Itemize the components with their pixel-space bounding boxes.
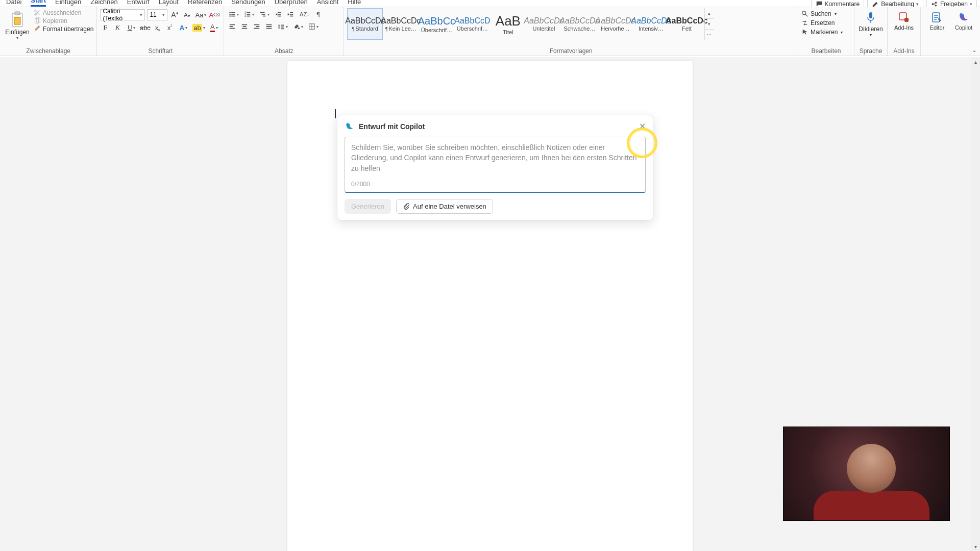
style-emphasis[interactable]: AaBbCcDc Hervorhe… [597, 8, 633, 40]
tab-datei[interactable]: Datei [6, 0, 21, 7]
show-marks-button[interactable]: ¶ [313, 9, 323, 19]
style-label: ¶Standard [349, 26, 381, 32]
tab-start[interactable]: Start [31, 0, 46, 7]
copy-icon [34, 17, 41, 24]
style-preview: AaBbCcDc [631, 16, 671, 26]
multilevel-icon [259, 11, 266, 18]
svg-point-48 [802, 11, 806, 15]
editor-button[interactable]: Editor [924, 8, 950, 31]
style-subtle-emphasis[interactable]: AaBbCcDc Schwache… [561, 8, 597, 40]
group-label-font: Schriftart [100, 46, 220, 56]
increase-indent-button[interactable] [285, 9, 296, 19]
select-label: Markieren [811, 29, 838, 36]
style-heading1[interactable]: AaBbCc Überschrif… [419, 8, 454, 40]
tab-hilfe[interactable]: Hilfe [348, 0, 361, 7]
copilot-actions: Generieren Auf eine Datei verweisen [345, 199, 646, 214]
replace-icon [801, 19, 808, 27]
font-name-combo[interactable]: Calibri (Textkö▾ [100, 9, 145, 20]
align-center-button[interactable] [239, 21, 250, 32]
subscript-button[interactable]: x₂ [152, 22, 162, 33]
style-preview: AaBbCcDc [524, 16, 564, 26]
line-spacing-button[interactable]: ▾ [276, 21, 289, 32]
group-label-clipboard: Zwischenablage [3, 46, 93, 56]
copilot-button[interactable]: Copilot [950, 8, 977, 31]
strikethrough-button[interactable]: abc [140, 22, 150, 33]
scroll-up-button[interactable]: ▴ [971, 57, 980, 66]
highlight-button[interactable]: ab▾ [192, 22, 205, 33]
close-button[interactable]: ✕ [639, 121, 646, 131]
dictate-button[interactable]: Diktieren ▾ [857, 8, 884, 37]
svg-rect-50 [869, 12, 872, 18]
editing-label: Bearbeitung [881, 1, 914, 8]
text-effects-button[interactable]: A▾ [177, 22, 190, 33]
style-preview: AaB [496, 13, 521, 29]
font-color-button[interactable]: A▾ [207, 22, 220, 33]
style-title[interactable]: AaB Titel [490, 8, 526, 40]
numbering-button[interactable]: 123▾ [242, 9, 256, 19]
svg-rect-15 [247, 12, 251, 13]
borders-button[interactable]: ▾ [307, 21, 320, 32]
format-painter-button[interactable]: Format übertragen [34, 26, 93, 33]
italic-button[interactable]: K [112, 22, 122, 33]
style-intense[interactable]: AaBbCcDc Intensiv… [633, 8, 669, 40]
select-button[interactable]: Markieren▾ [801, 29, 843, 36]
cut-button[interactable]: Ausschneiden [34, 9, 93, 16]
vertical-scrollbar[interactable]: ▴ ▾ [971, 57, 980, 551]
shrink-font-button[interactable]: A▾ [182, 10, 192, 20]
font-size-combo[interactable]: 11▾ [147, 9, 167, 20]
sort-button[interactable]: AZ↓ [298, 9, 311, 19]
tab-layout[interactable]: Layout [159, 0, 179, 7]
bullets-button[interactable]: ▾ [227, 9, 240, 19]
gallery-down-button[interactable]: ▾ [705, 19, 714, 30]
tab-referenzen[interactable]: Referenzen [188, 0, 222, 7]
gallery-up-button[interactable]: ▴ [705, 8, 714, 19]
justify-button[interactable] [264, 21, 274, 32]
underline-button[interactable]: U▾ [125, 22, 138, 33]
change-case-button[interactable]: Aa▾ [194, 10, 207, 20]
tab-einfuegen[interactable]: Einfügen [55, 0, 81, 7]
style-subtitle[interactable]: AaBbCcDc Untertitel [526, 8, 561, 40]
style-heading2[interactable]: AaBbCcD Überschrif… [454, 8, 490, 40]
style-no-spacing[interactable]: AaBbCcDc ¶Kein Lee… [383, 8, 419, 40]
tab-ueberpruefen[interactable]: Überprüfen [275, 0, 308, 7]
collapse-ribbon-button[interactable]: ⌄ [972, 46, 977, 54]
bold-button[interactable]: F [100, 22, 110, 33]
scroll-down-button[interactable]: ▾ [971, 542, 980, 551]
justify-icon [265, 23, 273, 30]
svg-rect-21 [262, 14, 265, 15]
scroll-track[interactable] [971, 66, 980, 542]
font-name-value: Calibri (Textkö [103, 8, 138, 22]
reference-file-button[interactable]: Auf eine Datei verweisen [396, 199, 493, 214]
tab-sendungen[interactable]: Sendungen [231, 0, 265, 7]
tab-entwurf[interactable]: Entwurf [127, 0, 150, 7]
svg-point-12 [230, 15, 231, 17]
indent-icon [287, 11, 294, 18]
copilot-title: Entwurf mit Copilot [359, 122, 425, 131]
tab-ansicht[interactable]: Ansicht [317, 0, 339, 7]
superscript-button[interactable]: x² [164, 22, 175, 33]
tab-zeichnen[interactable]: Zeichnen [90, 0, 117, 7]
svg-text:3: 3 [244, 14, 246, 17]
decrease-indent-button[interactable] [273, 9, 283, 19]
style-standard[interactable]: AaBbCcDc ¶Standard [347, 8, 383, 40]
group-label-editing: Bearbeiten [801, 46, 851, 56]
copy-button[interactable]: Kopieren [34, 17, 93, 24]
paste-button[interactable]: Einfügen ▾ [3, 8, 32, 43]
svg-rect-35 [254, 24, 260, 26]
clear-formatting-button[interactable]: A⌫ [209, 10, 219, 20]
addins-button[interactable]: Add-Ins [891, 8, 917, 31]
find-button[interactable]: Suchen▾ [801, 10, 843, 17]
align-right-button[interactable] [252, 21, 262, 32]
style-label: Fett [670, 26, 703, 32]
generate-button[interactable]: Generieren [345, 199, 391, 214]
gallery-more-button[interactable]: ⋯ [705, 30, 714, 40]
comment-icon [816, 1, 823, 8]
multilevel-list-button[interactable]: ▾ [258, 9, 271, 19]
replace-button[interactable]: Ersetzen [801, 19, 843, 27]
group-label-paragraph: Absatz [227, 46, 340, 56]
grow-font-button[interactable]: A▴ [169, 10, 180, 20]
shading-button[interactable]: ▾ [291, 21, 305, 32]
copilot-prompt-input[interactable]: Schildern Sie, worüber Sie schreiben möc… [345, 137, 646, 193]
style-strong[interactable]: AaBbCcDc Fett [669, 8, 704, 40]
align-left-button[interactable] [227, 21, 237, 32]
